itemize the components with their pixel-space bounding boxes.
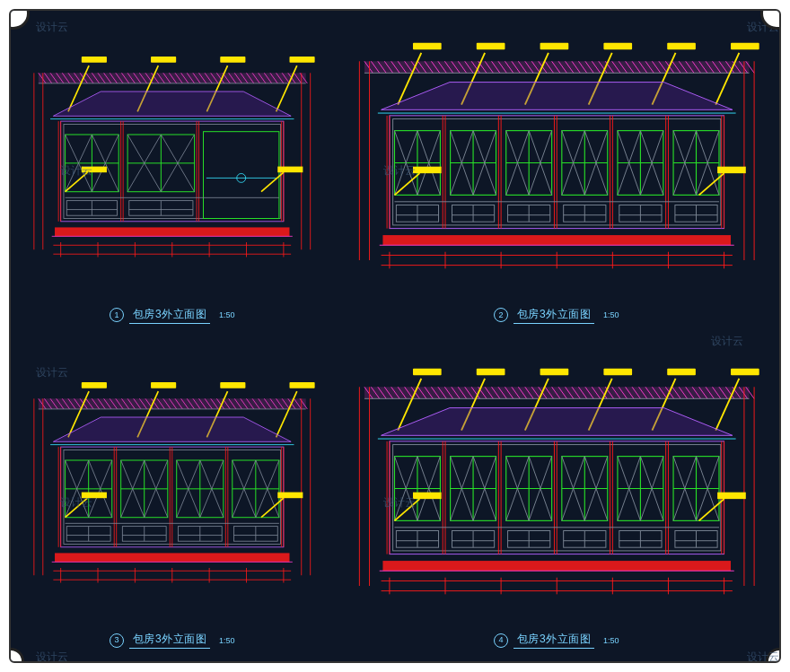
svg-rect-106 (82, 167, 107, 173)
elevation-view-a: 1 包房3外立面图 1:50 (11, 11, 334, 336)
view-bullet: 2 (494, 308, 508, 322)
svg-rect-572 (413, 492, 442, 498)
view-bullet: 1 (110, 308, 124, 322)
svg-rect-345 (289, 382, 314, 388)
svg-rect-197 (382, 235, 731, 245)
svg-rect-67 (289, 57, 314, 63)
elevation-drawing-b (339, 29, 774, 303)
elevation-grid: 1 包房3外立面图 1:50 2 包房3外立面图 1:50 3 包房3外立面图 … (11, 11, 779, 661)
svg-line-489 (715, 378, 739, 430)
svg-rect-183 (413, 43, 442, 49)
view-title: 包房3外立面图 (129, 632, 210, 649)
drawing-title-row: 2 包房3外立面图 1:50 (494, 307, 619, 324)
svg-rect-349 (55, 553, 289, 562)
drawing-title-row: 1 包房3外立面图 1:50 (110, 307, 235, 324)
drawing-title-row: 4 包房3外立面图 1:50 (494, 632, 619, 649)
svg-rect-490 (731, 368, 759, 374)
svg-rect-71 (55, 227, 289, 236)
drawing-title-row: 3 包房3外立面图 1:50 (110, 632, 235, 649)
view-bullet: 3 (110, 633, 124, 648)
cad-canvas[interactable]: 1 包房3外立面图 1:50 2 包房3外立面图 1:50 3 包房3外立面图 … (9, 9, 781, 663)
svg-rect-484 (540, 368, 568, 374)
svg-rect-63 (151, 57, 176, 63)
svg-rect-341 (151, 382, 176, 388)
svg-line-344 (276, 391, 297, 437)
svg-rect-482 (476, 368, 505, 374)
svg-line-66 (276, 65, 297, 111)
svg-rect-403 (82, 492, 107, 498)
elevation-drawing-d (339, 354, 774, 629)
svg-rect-574 (717, 492, 746, 498)
svg-rect-488 (667, 368, 696, 374)
svg-rect-61 (82, 57, 107, 63)
elevation-drawing-a (16, 29, 329, 303)
svg-rect-108 (277, 167, 303, 173)
svg-rect-65 (220, 57, 245, 63)
svg-rect-405 (277, 492, 303, 498)
elevation-view-c: 3 包房3外立面图 1:50 (11, 336, 334, 662)
elevation-view-d: 4 包房3外立面图 1:50 (334, 336, 779, 662)
svg-rect-486 (603, 368, 632, 374)
svg-rect-187 (540, 43, 568, 49)
view-title: 包房3外立面图 (129, 307, 210, 324)
svg-rect-185 (476, 43, 505, 49)
view-scale: 1:50 (603, 310, 619, 319)
svg-rect-275 (413, 167, 442, 173)
svg-line-105 (66, 172, 88, 192)
view-bullet: 4 (494, 633, 508, 648)
view-title: 包房3外立面图 (514, 307, 594, 324)
svg-rect-95 (204, 132, 279, 219)
svg-rect-193 (731, 43, 759, 49)
svg-line-402 (66, 498, 88, 518)
svg-rect-480 (413, 368, 442, 374)
view-scale: 1:50 (219, 310, 235, 319)
svg-rect-277 (717, 167, 746, 173)
svg-line-192 (715, 53, 739, 105)
svg-rect-189 (603, 43, 632, 49)
svg-rect-191 (667, 43, 696, 49)
elevation-view-b: 2 包房3外立面图 1:50 (334, 11, 779, 336)
elevation-drawing-c (16, 354, 329, 629)
view-scale: 1:50 (603, 636, 619, 645)
svg-rect-343 (220, 382, 245, 388)
view-title: 包房3外立面图 (514, 632, 594, 649)
view-scale: 1:50 (219, 636, 235, 645)
svg-rect-339 (82, 382, 107, 388)
svg-rect-494 (382, 561, 731, 571)
